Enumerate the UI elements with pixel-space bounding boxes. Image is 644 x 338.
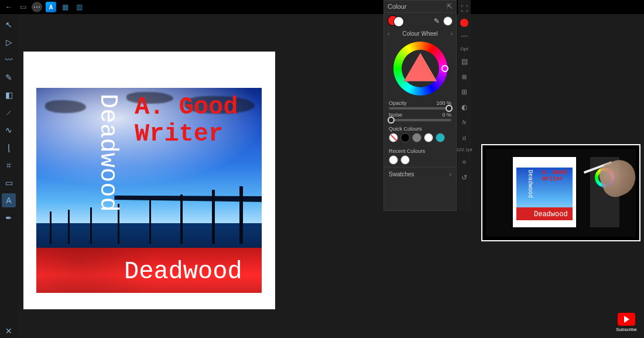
document-page[interactable]: Deadwood A. Good Writer Deadwood <box>23 52 275 309</box>
artistic-text-tool[interactable]: A <box>2 193 16 207</box>
panel-popout-icon[interactable]: ⇱ <box>447 2 453 11</box>
secondary-colour-swatch[interactable] <box>443 16 453 26</box>
noise-slider[interactable] <box>389 119 451 121</box>
stack-icon[interactable]: ≣ <box>459 71 470 82</box>
opacity-slider[interactable] <box>389 107 451 110</box>
noise-thumb[interactable] <box>388 117 395 124</box>
colour-panel-title: Colour <box>388 3 406 10</box>
crop-tool[interactable]: ⌗ <box>2 158 16 172</box>
vector-brush-tool[interactable]: ɭ <box>2 141 16 155</box>
font-size-readout: 122.1pt <box>457 148 472 152</box>
fill-tool[interactable]: ◧ <box>2 88 16 102</box>
cover-artwork[interactable]: Deadwood A. Good Writer Deadwood <box>36 88 262 293</box>
noise-value: 0 % <box>442 112 451 118</box>
top-toolbar: ← ▭ ⋯ A ▦ ▥ <box>0 0 88 14</box>
history-icon[interactable]: ↺ <box>459 172 470 183</box>
fx-icon[interactable]: fx <box>459 117 470 128</box>
active-colour-dot[interactable] <box>460 19 468 27</box>
swatches-label: Swatches <box>389 171 414 177</box>
layers-icon[interactable]: ▤ <box>459 56 470 67</box>
stroke-colour-swatch[interactable] <box>393 16 404 27</box>
opt-label: Opt <box>461 47 468 52</box>
hue-marker[interactable] <box>441 65 448 72</box>
colour-wheel[interactable] <box>393 42 447 95</box>
tool-sidebar: ↖ ▷ 〰 ✎ ◧ ⟋ ∿ ɭ ⌗ ▭ A ✒ ✕ <box>0 14 18 338</box>
swatch-grey[interactable] <box>412 133 422 142</box>
chevron-right-icon: › <box>450 171 451 177</box>
quick-colours-row <box>384 133 456 145</box>
author-line2: Writer <box>135 120 223 148</box>
subscribe-label: Subscribe <box>615 327 638 332</box>
cloud <box>45 100 86 113</box>
pip-document: Deadwood A. GoodWriter Deadwood <box>513 157 576 227</box>
document-menu[interactable]: ▭ <box>18 2 28 12</box>
opacity-thumb[interactable] <box>446 105 453 112</box>
grid-panel-icon[interactable]: ⊞ <box>459 87 470 97</box>
colour-panel: Colour ⇱ ✎ ‹ Colour Wheel › Opacity 100 … <box>383 0 457 211</box>
quick-colours-label: Quick Colours <box>384 122 456 133</box>
author-line1: A. Good <box>135 93 238 121</box>
back-button[interactable]: ← <box>4 2 14 12</box>
author-text[interactable]: A. Good Writer <box>135 94 238 148</box>
swatch-none[interactable] <box>389 133 398 142</box>
colour-mode-label[interactable]: Colour Wheel <box>402 30 438 37</box>
mode-prev-icon[interactable]: ‹ <box>388 30 389 37</box>
recent-swatch-2[interactable] <box>400 155 410 165</box>
mode-next-icon[interactable]: › <box>451 30 453 37</box>
expand-icon[interactable]: ⛶ <box>459 4 470 14</box>
node-tool[interactable]: ▷ <box>2 35 16 49</box>
text-style-icon[interactable]: a <box>459 132 470 143</box>
title-horizontal-text[interactable]: Deadwood <box>124 258 242 286</box>
pip-title-vertical: Deadwood <box>527 170 533 198</box>
subscribe-badge[interactable]: Subscribe <box>615 313 638 332</box>
title-vertical-text[interactable]: Deadwood <box>94 94 122 212</box>
eyedropper-tool[interactable]: ⟋ <box>2 105 16 120</box>
pip-author: A. GoodWriter <box>542 170 567 182</box>
pencil-tool[interactable]: ✎ <box>2 70 16 84</box>
transform-icon[interactable]: ✧ <box>459 157 470 168</box>
brush-panel-icon[interactable]: 〰 <box>459 32 470 42</box>
swatch-teal[interactable] <box>436 133 445 142</box>
app-logo: A <box>46 2 56 12</box>
eyedropper-icon[interactable]: ✎ <box>434 17 440 25</box>
swatches-expander[interactable]: Swatches › <box>384 167 456 181</box>
close-tools-button[interactable]: ✕ <box>2 324 16 338</box>
youtube-play-icon <box>618 313 635 326</box>
pen-tool[interactable]: ✒ <box>2 211 16 225</box>
swatch-black[interactable] <box>400 133 410 142</box>
more-menu[interactable]: ⋯ <box>32 2 42 12</box>
paint-brush-tool[interactable]: 〰 <box>2 53 16 67</box>
recent-colours-label: Recent Colours <box>384 145 456 155</box>
smudge-tool[interactable]: ∿ <box>2 123 16 137</box>
camera-pip: Deadwood A. GoodWriter Deadwood <box>481 144 640 241</box>
fill-stroke-swatch[interactable] <box>388 15 404 27</box>
recent-colours-row <box>384 155 456 167</box>
studio-dock: ⛶ 〰 Opt ▤ ≣ ⊞ ◐ fx a 122.1pt ✧ ↺ <box>458 0 471 211</box>
adjustments-icon[interactable]: ◐ <box>459 102 470 112</box>
snapping-toggle[interactable]: ▦ <box>60 2 70 12</box>
shape-tool[interactable]: ▭ <box>2 176 16 190</box>
swatch-white[interactable] <box>424 133 433 142</box>
persona-switcher[interactable]: ▥ <box>74 2 84 12</box>
pip-title: Deadwood <box>534 210 568 218</box>
opacity-label: Opacity <box>389 100 407 106</box>
recent-swatch-1[interactable] <box>389 155 398 165</box>
move-tool[interactable]: ↖ <box>2 18 16 32</box>
